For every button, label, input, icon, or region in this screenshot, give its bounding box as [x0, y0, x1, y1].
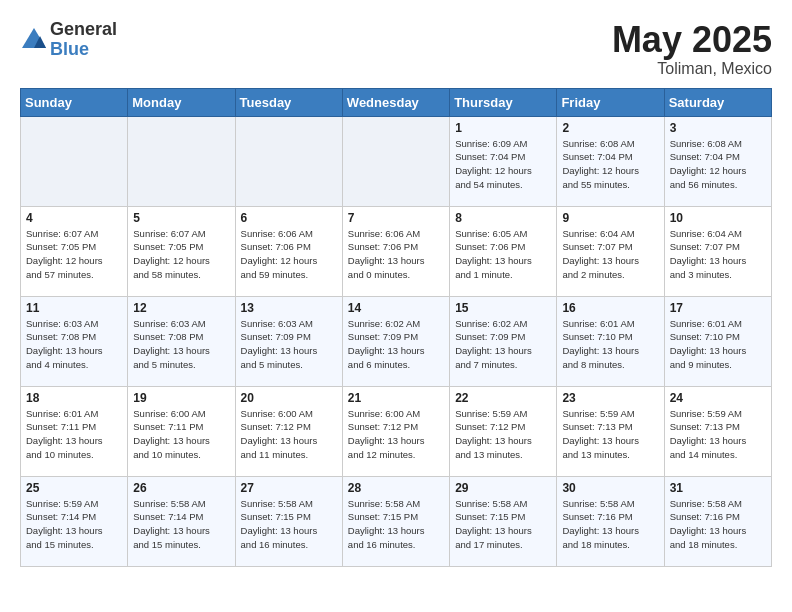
- day-info: Sunrise: 5:58 AM Sunset: 7:15 PM Dayligh…: [241, 497, 337, 552]
- day-cell: 13Sunrise: 6:03 AM Sunset: 7:09 PM Dayli…: [235, 296, 342, 386]
- day-number: 26: [133, 481, 229, 495]
- header-saturday: Saturday: [664, 88, 771, 116]
- day-cell: 20Sunrise: 6:00 AM Sunset: 7:12 PM Dayli…: [235, 386, 342, 476]
- day-cell: 2Sunrise: 6:08 AM Sunset: 7:04 PM Daylig…: [557, 116, 664, 206]
- day-number: 1: [455, 121, 551, 135]
- day-cell: 18Sunrise: 6:01 AM Sunset: 7:11 PM Dayli…: [21, 386, 128, 476]
- day-cell: 11Sunrise: 6:03 AM Sunset: 7:08 PM Dayli…: [21, 296, 128, 386]
- header-thursday: Thursday: [450, 88, 557, 116]
- calendar-table: SundayMondayTuesdayWednesdayThursdayFrid…: [20, 88, 772, 567]
- day-cell: 22Sunrise: 5:59 AM Sunset: 7:12 PM Dayli…: [450, 386, 557, 476]
- day-info: Sunrise: 6:02 AM Sunset: 7:09 PM Dayligh…: [348, 317, 444, 372]
- day-info: Sunrise: 6:08 AM Sunset: 7:04 PM Dayligh…: [562, 137, 658, 192]
- day-number: 21: [348, 391, 444, 405]
- day-number: 13: [241, 301, 337, 315]
- day-info: Sunrise: 6:05 AM Sunset: 7:06 PM Dayligh…: [455, 227, 551, 282]
- day-info: Sunrise: 6:03 AM Sunset: 7:08 PM Dayligh…: [26, 317, 122, 372]
- day-cell: 24Sunrise: 5:59 AM Sunset: 7:13 PM Dayli…: [664, 386, 771, 476]
- day-number: 6: [241, 211, 337, 225]
- day-info: Sunrise: 6:01 AM Sunset: 7:10 PM Dayligh…: [562, 317, 658, 372]
- location: Toliman, Mexico: [612, 60, 772, 78]
- day-number: 29: [455, 481, 551, 495]
- logo-general-text: General: [50, 20, 117, 40]
- day-info: Sunrise: 6:08 AM Sunset: 7:04 PM Dayligh…: [670, 137, 766, 192]
- day-info: Sunrise: 5:59 AM Sunset: 7:12 PM Dayligh…: [455, 407, 551, 462]
- page-header: General Blue May 2025 Toliman, Mexico: [20, 20, 772, 78]
- day-info: Sunrise: 6:01 AM Sunset: 7:10 PM Dayligh…: [670, 317, 766, 372]
- day-info: Sunrise: 5:59 AM Sunset: 7:14 PM Dayligh…: [26, 497, 122, 552]
- week-row-5: 25Sunrise: 5:59 AM Sunset: 7:14 PM Dayli…: [21, 476, 772, 566]
- day-info: Sunrise: 6:00 AM Sunset: 7:12 PM Dayligh…: [348, 407, 444, 462]
- day-cell: 17Sunrise: 6:01 AM Sunset: 7:10 PM Dayli…: [664, 296, 771, 386]
- logo: General Blue: [20, 20, 117, 60]
- day-number: 5: [133, 211, 229, 225]
- calendar-body: 1Sunrise: 6:09 AM Sunset: 7:04 PM Daylig…: [21, 116, 772, 566]
- header-row: SundayMondayTuesdayWednesdayThursdayFrid…: [21, 88, 772, 116]
- week-row-1: 1Sunrise: 6:09 AM Sunset: 7:04 PM Daylig…: [21, 116, 772, 206]
- day-cell: 10Sunrise: 6:04 AM Sunset: 7:07 PM Dayli…: [664, 206, 771, 296]
- day-number: 9: [562, 211, 658, 225]
- day-cell: 5Sunrise: 6:07 AM Sunset: 7:05 PM Daylig…: [128, 206, 235, 296]
- week-row-3: 11Sunrise: 6:03 AM Sunset: 7:08 PM Dayli…: [21, 296, 772, 386]
- week-row-4: 18Sunrise: 6:01 AM Sunset: 7:11 PM Dayli…: [21, 386, 772, 476]
- day-info: Sunrise: 6:06 AM Sunset: 7:06 PM Dayligh…: [348, 227, 444, 282]
- logo-icon: [20, 26, 48, 54]
- day-cell: 8Sunrise: 6:05 AM Sunset: 7:06 PM Daylig…: [450, 206, 557, 296]
- day-info: Sunrise: 6:00 AM Sunset: 7:12 PM Dayligh…: [241, 407, 337, 462]
- day-cell: 4Sunrise: 6:07 AM Sunset: 7:05 PM Daylig…: [21, 206, 128, 296]
- day-info: Sunrise: 6:06 AM Sunset: 7:06 PM Dayligh…: [241, 227, 337, 282]
- day-number: 16: [562, 301, 658, 315]
- day-cell: 14Sunrise: 6:02 AM Sunset: 7:09 PM Dayli…: [342, 296, 449, 386]
- day-info: Sunrise: 5:58 AM Sunset: 7:15 PM Dayligh…: [348, 497, 444, 552]
- day-cell: 29Sunrise: 5:58 AM Sunset: 7:15 PM Dayli…: [450, 476, 557, 566]
- day-cell: 30Sunrise: 5:58 AM Sunset: 7:16 PM Dayli…: [557, 476, 664, 566]
- day-number: 4: [26, 211, 122, 225]
- day-cell: 23Sunrise: 5:59 AM Sunset: 7:13 PM Dayli…: [557, 386, 664, 476]
- day-number: 8: [455, 211, 551, 225]
- day-cell: 3Sunrise: 6:08 AM Sunset: 7:04 PM Daylig…: [664, 116, 771, 206]
- day-cell: [235, 116, 342, 206]
- day-number: 30: [562, 481, 658, 495]
- logo-blue-text: Blue: [50, 40, 117, 60]
- day-number: 28: [348, 481, 444, 495]
- day-cell: 9Sunrise: 6:04 AM Sunset: 7:07 PM Daylig…: [557, 206, 664, 296]
- day-number: 12: [133, 301, 229, 315]
- day-number: 2: [562, 121, 658, 135]
- title-block: May 2025 Toliman, Mexico: [612, 20, 772, 78]
- header-friday: Friday: [557, 88, 664, 116]
- day-info: Sunrise: 5:58 AM Sunset: 7:16 PM Dayligh…: [562, 497, 658, 552]
- day-info: Sunrise: 6:09 AM Sunset: 7:04 PM Dayligh…: [455, 137, 551, 192]
- day-info: Sunrise: 6:00 AM Sunset: 7:11 PM Dayligh…: [133, 407, 229, 462]
- day-info: Sunrise: 5:58 AM Sunset: 7:15 PM Dayligh…: [455, 497, 551, 552]
- day-cell: 26Sunrise: 5:58 AM Sunset: 7:14 PM Dayli…: [128, 476, 235, 566]
- day-cell: 21Sunrise: 6:00 AM Sunset: 7:12 PM Dayli…: [342, 386, 449, 476]
- day-number: 15: [455, 301, 551, 315]
- day-cell: [342, 116, 449, 206]
- header-wednesday: Wednesday: [342, 88, 449, 116]
- day-cell: 28Sunrise: 5:58 AM Sunset: 7:15 PM Dayli…: [342, 476, 449, 566]
- day-info: Sunrise: 5:59 AM Sunset: 7:13 PM Dayligh…: [562, 407, 658, 462]
- day-info: Sunrise: 6:03 AM Sunset: 7:08 PM Dayligh…: [133, 317, 229, 372]
- day-info: Sunrise: 5:58 AM Sunset: 7:16 PM Dayligh…: [670, 497, 766, 552]
- day-cell: 7Sunrise: 6:06 AM Sunset: 7:06 PM Daylig…: [342, 206, 449, 296]
- day-number: 24: [670, 391, 766, 405]
- day-info: Sunrise: 6:07 AM Sunset: 7:05 PM Dayligh…: [133, 227, 229, 282]
- day-info: Sunrise: 6:02 AM Sunset: 7:09 PM Dayligh…: [455, 317, 551, 372]
- day-number: 25: [26, 481, 122, 495]
- day-number: 14: [348, 301, 444, 315]
- day-number: 31: [670, 481, 766, 495]
- day-number: 17: [670, 301, 766, 315]
- day-cell: 12Sunrise: 6:03 AM Sunset: 7:08 PM Dayli…: [128, 296, 235, 386]
- logo-text: General Blue: [50, 20, 117, 60]
- day-info: Sunrise: 6:07 AM Sunset: 7:05 PM Dayligh…: [26, 227, 122, 282]
- day-info: Sunrise: 6:04 AM Sunset: 7:07 PM Dayligh…: [670, 227, 766, 282]
- day-info: Sunrise: 5:59 AM Sunset: 7:13 PM Dayligh…: [670, 407, 766, 462]
- day-info: Sunrise: 5:58 AM Sunset: 7:14 PM Dayligh…: [133, 497, 229, 552]
- day-cell: 16Sunrise: 6:01 AM Sunset: 7:10 PM Dayli…: [557, 296, 664, 386]
- day-cell: 6Sunrise: 6:06 AM Sunset: 7:06 PM Daylig…: [235, 206, 342, 296]
- day-cell: 25Sunrise: 5:59 AM Sunset: 7:14 PM Dayli…: [21, 476, 128, 566]
- day-number: 23: [562, 391, 658, 405]
- day-cell: [21, 116, 128, 206]
- day-number: 3: [670, 121, 766, 135]
- day-info: Sunrise: 6:01 AM Sunset: 7:11 PM Dayligh…: [26, 407, 122, 462]
